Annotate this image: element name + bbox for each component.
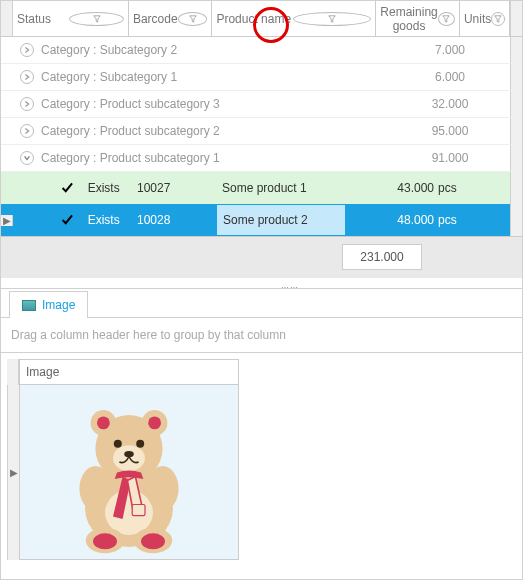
- group-summary: 7.000: [410, 43, 510, 57]
- svg-point-1: [105, 490, 153, 535]
- column-header-row: Status Barcode Product name Remaining go…: [1, 1, 522, 37]
- row-indicator-header: [1, 1, 13, 36]
- splitter-handle[interactable]: ⋯⋯: [281, 283, 299, 292]
- table-row[interactable]: ▶ Exists 10028 Some product 2 48.000 pcs: [1, 204, 522, 236]
- filter-icon[interactable]: [178, 12, 208, 26]
- cell-units: pcs: [438, 213, 478, 227]
- teddy-bear-icon: [49, 390, 209, 555]
- cell-remaining: 48.000: [346, 213, 438, 227]
- expand-icon[interactable]: [13, 124, 41, 138]
- group-label: Category : Subcategory 2: [41, 43, 410, 57]
- group-label: Category : Product subcategory 1: [41, 151, 410, 165]
- current-row-indicator-icon: ▶: [7, 385, 19, 560]
- master-grid: Status Barcode Product name Remaining go…: [1, 1, 522, 278]
- image-icon: [22, 300, 36, 311]
- column-header-status[interactable]: Status: [13, 1, 129, 36]
- svg-point-11: [97, 416, 110, 429]
- svg-point-15: [136, 439, 144, 447]
- column-header-barcode[interactable]: Barcode: [129, 1, 213, 36]
- filter-icon[interactable]: [491, 12, 505, 26]
- header-label: Remaining goods: [380, 5, 437, 33]
- tab-label: Image: [42, 298, 75, 312]
- column-header-product-name[interactable]: Product name: [212, 1, 376, 36]
- tab-image[interactable]: Image: [9, 291, 88, 318]
- cell-status: Exists: [51, 181, 131, 195]
- svg-point-12: [148, 416, 161, 429]
- check-icon: [61, 213, 74, 227]
- cell-remaining: 43.000: [346, 181, 438, 195]
- group-row[interactable]: Category : Subcategory 1 6.000: [1, 64, 522, 91]
- cell-barcode: 10028: [131, 213, 216, 227]
- group-row[interactable]: Category : Product subcategory 2 95.000: [1, 118, 522, 145]
- collapse-icon[interactable]: [13, 151, 41, 165]
- svg-point-6: [93, 533, 117, 549]
- group-label: Category : Product subcategory 2: [41, 124, 410, 138]
- summary-footer: 231.000: [1, 236, 522, 278]
- expand-icon[interactable]: [13, 70, 41, 84]
- header-gap: [510, 1, 522, 36]
- group-row[interactable]: Category : Subcategory 2 7.000: [1, 37, 522, 64]
- filter-icon[interactable]: [69, 12, 123, 26]
- column-header-image[interactable]: Image: [19, 359, 239, 385]
- group-label: Category : Subcategory 1: [41, 70, 410, 84]
- group-summary: 95.000: [410, 124, 510, 138]
- header-label: Status: [17, 12, 69, 26]
- detail-tab-strip: Image: [1, 288, 522, 318]
- group-row[interactable]: Category : Product subcategory 3 32.000: [1, 91, 522, 118]
- expand-icon[interactable]: [13, 43, 41, 57]
- group-summary: 91.000: [410, 151, 510, 165]
- filter-icon[interactable]: [438, 12, 455, 26]
- header-label: Product name: [216, 12, 292, 26]
- group-label: Category : Product subcategory 3: [41, 97, 410, 111]
- cell-units: pcs: [438, 181, 478, 195]
- row-indicator-header: [7, 359, 19, 385]
- filter-icon[interactable]: [293, 12, 371, 26]
- group-by-zone[interactable]: Drag a column header here to group by th…: [1, 318, 522, 353]
- cell-image: [19, 385, 239, 560]
- check-icon: [61, 181, 74, 195]
- header-label: Barcode: [133, 12, 178, 26]
- svg-point-7: [141, 533, 165, 549]
- cell-barcode: 10027: [131, 181, 216, 195]
- cell-product-name: Some product 1: [216, 181, 346, 195]
- current-row-indicator-icon: ▶: [1, 215, 13, 226]
- group-row[interactable]: Category : Product subcategory 1 91.000: [1, 145, 522, 172]
- svg-rect-17: [132, 504, 145, 515]
- column-header-units[interactable]: Units: [460, 1, 510, 36]
- cell-status: Exists: [51, 213, 131, 227]
- header-label: Units: [464, 12, 491, 26]
- group-summary: 32.000: [410, 97, 510, 111]
- detail-header-row: Image: [7, 359, 516, 385]
- cell-product-name[interactable]: Some product 2: [216, 204, 346, 236]
- summary-total: 231.000: [342, 244, 422, 270]
- column-header-remaining[interactable]: Remaining goods: [376, 1, 460, 36]
- expand-icon[interactable]: [13, 97, 41, 111]
- table-row[interactable]: ▶: [7, 385, 516, 560]
- table-row[interactable]: Exists 10027 Some product 1 43.000 pcs: [1, 172, 522, 204]
- detail-grid: Image ▶: [1, 353, 522, 566]
- svg-point-14: [114, 439, 122, 447]
- group-summary: 6.000: [410, 70, 510, 84]
- svg-point-16: [124, 450, 134, 456]
